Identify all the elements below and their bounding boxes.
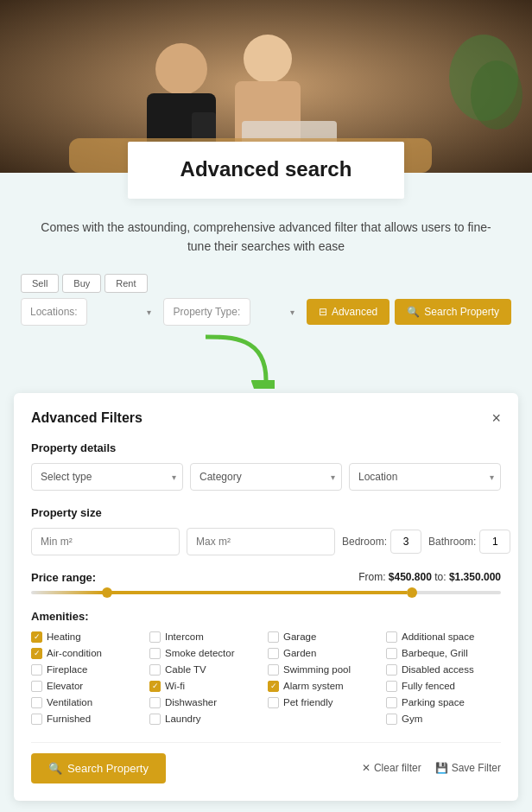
bathroom-input[interactable] (479, 530, 510, 554)
filters-header: Advanced Filters × (31, 410, 501, 426)
bathroom-field: Bathroom: (428, 530, 510, 554)
location-select[interactable]: Locations: (21, 298, 87, 326)
max-size-input[interactable] (187, 528, 335, 555)
amenity-checkbox[interactable] (31, 697, 42, 708)
slider-thumb-max[interactable] (407, 587, 417, 598)
amenity-item: Fully fenced (386, 681, 501, 692)
price-range-label: Price range: (31, 571, 96, 584)
amenity-item: Laundry (149, 714, 264, 725)
amenity-checkbox[interactable] (386, 697, 397, 708)
save-filter-button[interactable]: 💾 Save Filter (435, 762, 501, 774)
min-size-input[interactable] (31, 528, 180, 555)
tab-buy[interactable]: Buy (62, 274, 101, 293)
close-button[interactable]: × (491, 410, 501, 426)
amenity-item: Swimming pool (268, 664, 383, 676)
amenity-label: Furnished (47, 714, 91, 724)
filters-footer: 🔍 Search Property ✕ Clear filter 💾 Save … (31, 742, 501, 783)
property-type-select-wrapper: Property Type: (163, 298, 301, 326)
advanced-button[interactable]: ⊟ Advanced (307, 299, 390, 325)
amenity-item: Dishwasher (149, 697, 264, 708)
amenity-checkbox[interactable] (31, 664, 42, 676)
amenity-label: Intercom (165, 631, 204, 642)
save-icon: 💾 (435, 762, 448, 774)
amenity-item: Barbeque, Grill (386, 648, 501, 659)
advanced-filters-panel: Advanced Filters × Property details Sele… (14, 393, 518, 801)
amenity-item: Fireplace (31, 664, 146, 676)
amenity-checkbox[interactable] (149, 697, 161, 708)
amenity-item: Gym (386, 714, 501, 725)
price-values: From: $450.800 to: $1.350.000 (358, 571, 501, 583)
amenity-checkbox[interactable]: ✓ (149, 681, 161, 692)
tab-rent[interactable]: Rent (104, 274, 147, 293)
search-property-button[interactable]: 🔍 Search Property (395, 299, 511, 325)
search-inputs-row: Locations: Property Type: ⊟ Advanced 🔍 S… (21, 298, 511, 326)
amenity-item: Disabled access (386, 664, 501, 676)
amenity-checkbox[interactable] (31, 714, 42, 725)
amenity-checkbox[interactable] (268, 648, 279, 659)
amenity-label: Disabled access (402, 664, 474, 675)
property-details-label: Property details (31, 441, 501, 454)
bedroom-input[interactable] (390, 530, 421, 554)
search-big-icon: 🔍 (48, 762, 62, 775)
select-type-dropdown[interactable]: Select type (31, 463, 183, 491)
arrow-container (0, 326, 532, 386)
amenity-checkbox[interactable] (149, 648, 161, 659)
amenity-checkbox[interactable] (386, 714, 397, 725)
amenity-label: Alarm system (283, 681, 344, 691)
amenity-checkbox[interactable] (31, 681, 42, 692)
amenity-checkbox[interactable] (149, 664, 161, 676)
bedroom-field: Bedroom: (342, 530, 421, 554)
amenity-label: Cable TV (165, 664, 206, 675)
amenity-label: Swimming pool (283, 664, 351, 675)
amenity-item: Smoke detector (149, 648, 264, 659)
amenity-checkbox[interactable] (268, 664, 279, 676)
amenity-checkbox[interactable] (268, 697, 279, 708)
amenity-item: Cable TV (149, 664, 264, 676)
amenity-checkbox[interactable] (386, 664, 397, 676)
amenity-checkbox[interactable] (386, 631, 397, 643)
svg-point-1 (155, 43, 207, 95)
amenities-grid: ✓HeatingIntercomGarageAdditional space✓A… (31, 631, 501, 725)
amenity-checkbox[interactable]: ✓ (268, 681, 279, 692)
amenity-checkbox[interactable] (149, 631, 161, 643)
amenity-label: Fully fenced (402, 681, 455, 691)
svg-point-3 (244, 35, 292, 83)
amenity-label: Smoke detector (165, 648, 235, 658)
location-filter-wrapper: Location (349, 463, 501, 491)
property-type-select[interactable]: Property Type: (163, 298, 250, 326)
search-tabs: Sell Buy Rent (21, 274, 511, 293)
amenity-checkbox[interactable] (149, 714, 161, 725)
amenity-checkbox[interactable] (268, 631, 279, 643)
category-dropdown[interactable]: Category (190, 463, 342, 491)
amenity-label: Wi-fi (165, 681, 185, 691)
property-size-label: Property size (31, 506, 501, 519)
amenity-item: Intercom (149, 631, 264, 643)
amenity-checkbox[interactable]: ✓ (31, 631, 42, 643)
sliders-icon: ⊟ (319, 306, 327, 318)
amenity-checkbox[interactable] (386, 648, 397, 659)
amenity-checkbox[interactable]: ✓ (31, 648, 42, 659)
amenity-label: Laundry (165, 714, 201, 724)
svg-point-9 (471, 60, 522, 130)
search-icon: 🔍 (407, 306, 420, 318)
amenity-item: ✓Wi-fi (149, 681, 264, 692)
tab-sell[interactable]: Sell (21, 274, 59, 293)
search-property-big-button[interactable]: 🔍 Search Property (31, 753, 166, 783)
clear-icon: ✕ (362, 762, 370, 774)
amenity-label: Heating (47, 631, 81, 642)
amenity-item: Ventilation (31, 697, 146, 708)
amenity-item: Additional space (386, 631, 501, 643)
amenity-label: Dishwasher (165, 697, 217, 707)
amenity-label: Parking space (402, 697, 465, 707)
clear-filter-button[interactable]: ✕ Clear filter (362, 762, 421, 774)
amenity-checkbox[interactable] (386, 681, 397, 692)
price-header-row: Price range: From: $450.800 to: $1.350.0… (31, 571, 501, 584)
location-filter-dropdown[interactable]: Location (349, 463, 501, 491)
slider-thumb-min[interactable] (102, 587, 112, 598)
amenity-item: ✓Heating (31, 631, 146, 643)
amenity-item: Garage (268, 631, 383, 643)
amenity-item: Garden (268, 648, 383, 659)
amenity-label: Air-condition (47, 648, 102, 658)
amenity-empty (268, 714, 383, 725)
size-inputs-row: Bedroom: Bathroom: (31, 528, 501, 555)
